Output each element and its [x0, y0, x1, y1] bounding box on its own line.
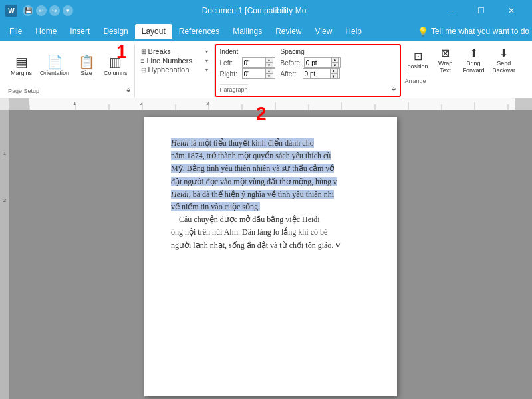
orientation-label: Orientation — [40, 70, 69, 77]
document-text: Heidi là một tiểu thuyết kinh điển dành … — [171, 137, 380, 252]
menu-references[interactable]: References — [172, 24, 226, 39]
ruler-svg: 1 2 3 — [9, 98, 532, 110]
menu-file[interactable]: File — [3, 24, 29, 39]
tell-me-input[interactable]: 💡 Tell me what you want to do — [418, 27, 529, 37]
indent-right-label: Right: — [220, 70, 240, 78]
hyphenation-button[interactable]: ⊟ Hyphenation ▾ — [139, 65, 210, 74]
spacing-before-label: Before: — [281, 59, 302, 66]
line-numbers-button[interactable]: ≡ Line Numbers ▾ — [139, 56, 210, 65]
orientation-icon: 📄 — [47, 55, 63, 68]
bring-forward-button[interactable]: ⬆ BringForward — [460, 47, 487, 76]
indent-right-value[interactable] — [244, 70, 264, 78]
spacing-section: Spacing Before: ▲ ▼ — [281, 48, 341, 84]
ruler-top: 1 2 3 — [9, 98, 532, 110]
title-bar: W 💾 ↩ ↪ ▾ Document1 [Compatibility Mo ─ … — [0, 0, 532, 21]
paragraph-expand-icon[interactable]: ⬙ — [392, 86, 396, 92]
spacing-after-spinners: ▲ ▼ — [330, 68, 338, 79]
size-button[interactable]: 📋 Size — [74, 54, 98, 78]
paragraph-2: năm 1874, trở thành một quyển sách yêu t… — [171, 150, 380, 162]
line-numbers-arrow-icon: ▾ — [205, 58, 208, 64]
spacing-after-label: After: — [281, 70, 301, 78]
spacing-before-up[interactable]: ▲ — [331, 57, 339, 63]
paragraph-6: về niềm tin vào cuộc sống. — [171, 201, 380, 213]
size-label: Size — [80, 70, 92, 77]
wrap-text-button[interactable]: ⊠ WrapText — [434, 47, 458, 76]
orientation-button[interactable]: 📄 Orientation — [37, 54, 72, 78]
indent-left-value[interactable] — [244, 59, 264, 66]
spacing-after-up[interactable]: ▲ — [330, 68, 338, 74]
spacing-before-row: Before: ▲ ▼ — [281, 57, 341, 68]
indent-right-input[interactable]: ▲ ▼ — [242, 68, 275, 79]
indent-left-input[interactable]: ▲ ▼ — [242, 57, 275, 68]
undo-icon[interactable]: ↩ — [36, 5, 47, 16]
highlight-6: về niềm tin vào cuộc sống. — [171, 202, 260, 211]
redo-icon[interactable]: ↪ — [49, 5, 60, 16]
bring-forward-icon: ⬆ — [469, 48, 478, 59]
lightbulb-icon: 💡 — [418, 27, 428, 37]
spacing-after-input[interactable]: ▲ ▼ — [303, 68, 340, 79]
spacing-after-value[interactable] — [305, 70, 327, 78]
send-backward-button[interactable]: ⬇ SendBackwar — [490, 47, 519, 76]
svg-rect-3 — [29, 98, 515, 110]
spacing-before-input[interactable]: ▲ ▼ — [304, 57, 341, 68]
highlight-4: đặt người đọc vào một vùng đất thơ mộng,… — [171, 177, 337, 186]
minimize-button[interactable]: ─ — [435, 0, 466, 21]
svg-text:2: 2 — [140, 100, 143, 106]
spacing-after-down[interactable]: ▼ — [330, 74, 338, 79]
position-label: position — [408, 63, 428, 70]
spacing-after-row: After: ▲ ▼ — [281, 68, 341, 79]
wrap-text-label: WrapText — [438, 60, 452, 74]
document-page: Heidi là một tiểu thuyết kinh điển dành … — [144, 117, 397, 396]
menu-view[interactable]: View — [309, 24, 339, 39]
quick-access-more-icon[interactable]: ▾ — [63, 5, 73, 16]
menu-layout[interactable]: Layout — [135, 24, 172, 39]
indent-right-down[interactable]: ▼ — [265, 74, 273, 79]
annotation-2: 2 — [256, 103, 267, 124]
window-controls: ─ ☐ ✕ — [435, 0, 527, 21]
annotation-1: 1 — [116, 41, 127, 63]
paragraph-3: Mỹ. Bằng tình yêu thiên nhiên và sự thấu… — [171, 162, 380, 175]
indent-left-label: Left: — [220, 59, 240, 66]
position-button[interactable]: ⊡ position — [405, 47, 431, 76]
margins-button[interactable]: ▤ Margins — [8, 54, 35, 78]
breaks-arrow-icon: ▾ — [205, 49, 208, 55]
window-title: Document1 [Compatibility Mo — [78, 6, 430, 15]
breaks-group: ⊞ Breaks ▾ ≡ Line Numbers ▾ ⊟ Hyphenatio… — [135, 44, 215, 97]
spacing-before-down[interactable]: ▼ — [331, 63, 339, 68]
page-setup-group: ▤ Margins 📄 Orientation 📋 Size ▥ Columns — [4, 44, 135, 97]
svg-text:1: 1 — [73, 100, 76, 106]
arrange-footer: Arrange — [405, 76, 519, 84]
position-icon: ⊡ — [414, 51, 422, 62]
maximize-button[interactable]: ☐ — [466, 0, 496, 21]
highlight-5: Heidi, bà đã thể hiện ý nghĩa về tình yê… — [171, 190, 334, 199]
menu-home[interactable]: Home — [29, 24, 63, 39]
indent-right-spinners: ▲ ▼ — [265, 68, 273, 79]
breaks-label: Breaks — [148, 47, 171, 55]
indent-left-up[interactable]: ▲ — [265, 57, 273, 63]
highlight-3: Mỹ. Bằng tình yêu thiên nhiên và sự thấu… — [171, 164, 334, 173]
page-setup-expand-icon[interactable]: ⬙ — [126, 87, 130, 93]
close-button[interactable]: ✕ — [496, 0, 527, 21]
page-setup-controls: ▤ Margins 📄 Orientation 📋 Size ▥ Columns — [8, 47, 130, 86]
menu-help[interactable]: Help — [338, 24, 368, 39]
menu-insert[interactable]: Insert — [63, 24, 96, 39]
save-icon[interactable]: 💾 — [23, 5, 33, 16]
indent-left-down[interactable]: ▼ — [265, 63, 273, 68]
spacing-before-value[interactable] — [306, 59, 329, 66]
indent-title: Indent — [220, 48, 275, 55]
ribbon-content: ▤ Margins 📄 Orientation 📋 Size ▥ Columns — [0, 41, 532, 98]
margins-icon: ▤ — [15, 55, 28, 68]
indent-right-up[interactable]: ▲ — [265, 68, 273, 74]
hyphenation-label: Hyphenation — [148, 66, 190, 74]
menu-mailings[interactable]: Mailings — [226, 24, 269, 39]
highlight-1: Heidi là một tiểu thuyết kinh điển dành … — [171, 138, 314, 148]
breaks-button[interactable]: ⊞ Breaks ▾ — [139, 47, 210, 56]
left-margin: 1 2 — [0, 110, 9, 399]
menu-review[interactable]: Review — [269, 24, 308, 39]
arrange-label: Arrange — [405, 76, 426, 84]
paragraph-footer: Paragraph ⬙ — [220, 84, 396, 93]
send-backward-label: SendBackwar — [493, 60, 516, 74]
ruler-side-left — [0, 98, 9, 110]
menu-design[interactable]: Design — [96, 24, 134, 39]
spacing-title: Spacing — [281, 48, 341, 55]
